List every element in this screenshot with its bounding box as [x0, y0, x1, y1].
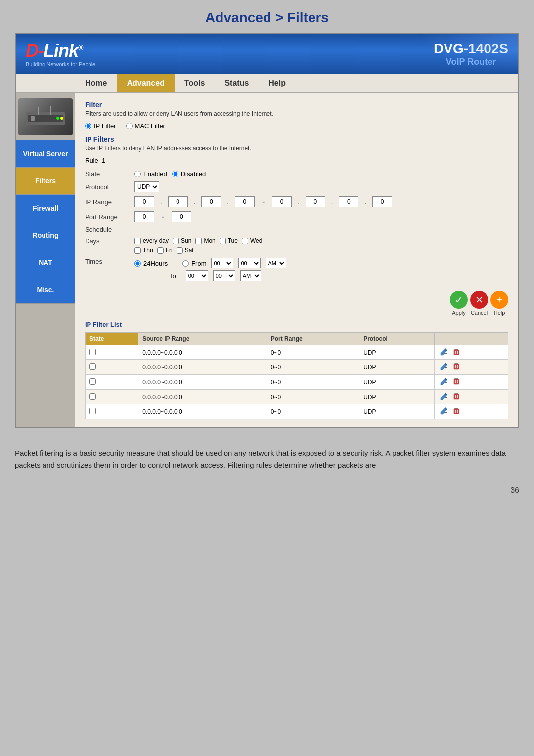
row-protocol: UDP — [359, 404, 435, 419]
port-from-input[interactable] — [134, 211, 154, 222]
times-row: Times 24Hours From 000102 — [85, 258, 508, 283]
to-period-select[interactable]: AMPM — [240, 270, 261, 281]
action-row: ✓ Apply ✕ Cancel + Help — [85, 291, 508, 316]
to-min-select[interactable]: 00153045 — [213, 270, 235, 281]
sidebar-item-firewall[interactable]: Firewall — [16, 195, 75, 222]
fri-option[interactable]: Fri — [157, 247, 173, 254]
ip-to-2[interactable] — [306, 196, 325, 207]
nav-advanced[interactable]: Advanced — [117, 74, 174, 92]
row-protocol: UDP — [359, 345, 435, 360]
tue-option[interactable]: Tue — [220, 237, 238, 244]
port-to-input[interactable] — [172, 211, 191, 222]
row-state[interactable] — [86, 404, 138, 419]
apply-label: Apply — [452, 310, 466, 316]
apply-btn-wrap: ✓ Apply — [450, 291, 468, 316]
ip-to-4[interactable] — [372, 196, 392, 207]
sidebar-item-nat[interactable]: NAT — [16, 249, 75, 276]
sat-option[interactable]: Sat — [177, 247, 194, 254]
row-state[interactable] — [86, 375, 138, 390]
ip-from-4[interactable] — [235, 196, 255, 207]
sidebar-item-misc[interactable]: Misc. — [16, 276, 75, 304]
ip-from-1[interactable] — [134, 196, 154, 207]
logo-area: D-Link® Building Networks for People — [26, 41, 95, 67]
protocol-select[interactable]: UDP TCP Both — [134, 181, 159, 192]
every-day-option[interactable]: every day — [134, 237, 169, 244]
tue-checkbox[interactable] — [220, 238, 226, 244]
wed-option[interactable]: Wed — [242, 237, 262, 244]
sat-checkbox[interactable] — [177, 247, 183, 254]
svg-rect-5 — [38, 107, 39, 115]
mon-option[interactable]: Mon — [195, 237, 215, 244]
svg-rect-2 — [31, 116, 35, 121]
svg-rect-19 — [454, 379, 459, 384]
state-enabled-radio[interactable] — [134, 171, 141, 177]
nav-tools[interactable]: Tools — [175, 74, 215, 92]
ip-filters-title: IP Filters — [85, 135, 508, 143]
row-protocol: UDP — [359, 390, 435, 404]
delete-button-2[interactable] — [451, 377, 462, 387]
help-button[interactable]: + — [490, 291, 508, 309]
delete-button-1[interactable] — [451, 362, 462, 372]
ip-from-3[interactable] — [201, 196, 221, 207]
fri-checkbox[interactable] — [157, 247, 164, 254]
schedule-label: Schedule — [85, 226, 130, 233]
edit-button-0[interactable] — [439, 347, 449, 357]
from-option[interactable]: From — [182, 260, 206, 267]
row-state[interactable] — [86, 390, 138, 404]
ip-to-1[interactable] — [272, 196, 292, 207]
state-enabled-option[interactable]: Enabled — [134, 170, 167, 178]
from-radio[interactable] — [182, 260, 189, 267]
thu-option[interactable]: Thu — [134, 247, 153, 254]
to-hour-select[interactable]: 000102 — [186, 270, 208, 281]
sun-checkbox[interactable] — [173, 238, 179, 244]
main-content: Filter Filters are used to allow or deny… — [75, 93, 518, 427]
row-state[interactable] — [86, 360, 138, 375]
cancel-button[interactable]: ✕ — [470, 291, 488, 309]
svg-rect-14 — [454, 364, 459, 369]
state-disabled-option[interactable]: Disabled — [172, 170, 206, 178]
nav-home[interactable]: Home — [75, 74, 117, 92]
sidebar-item-virtual-server[interactable]: Virtual Server — [16, 140, 75, 168]
device-type: VoIP Router — [434, 57, 508, 67]
edit-button-2[interactable] — [439, 377, 449, 387]
nav-status[interactable]: Status — [215, 74, 259, 92]
delete-button-0[interactable] — [451, 347, 462, 357]
row-checkbox-1[interactable] — [89, 363, 96, 370]
row-checkbox-2[interactable] — [89, 378, 96, 385]
help-label: Help — [494, 310, 505, 316]
ip-from-2[interactable] — [168, 196, 188, 207]
ip-filter-option[interactable]: IP Filter — [85, 122, 116, 130]
edit-button-1[interactable] — [439, 362, 449, 372]
mac-filter-option[interactable]: MAC Filter — [126, 122, 165, 130]
mon-checkbox[interactable] — [195, 238, 202, 244]
filter-section: Filter Filters are used to allow or deny… — [85, 101, 508, 130]
from-hour-select[interactable]: 000102 — [211, 258, 233, 268]
nav-help[interactable]: Help — [259, 74, 296, 92]
sun-label: Sun — [181, 237, 191, 244]
from-period-select[interactable]: AMPM — [266, 258, 286, 268]
every-day-checkbox[interactable] — [134, 238, 141, 244]
mac-filter-radio[interactable] — [126, 123, 133, 129]
row-checkbox-4[interactable] — [89, 408, 96, 414]
edit-button-3[interactable] — [439, 392, 449, 402]
from-min-select[interactable]: 00153045 — [238, 258, 261, 268]
row-checkbox-3[interactable] — [89, 393, 96, 400]
row-state[interactable] — [86, 345, 138, 360]
edit-button-4[interactable] — [439, 406, 449, 417]
sidebar-item-routing[interactable]: Routing — [16, 222, 75, 249]
24hours-radio[interactable] — [134, 260, 141, 267]
24hours-option[interactable]: 24Hours — [134, 260, 168, 267]
sun-option[interactable]: Sun — [173, 237, 191, 244]
thu-checkbox[interactable] — [134, 247, 141, 254]
ip-filter-radio[interactable] — [85, 123, 91, 129]
state-disabled-radio[interactable] — [172, 171, 178, 177]
apply-button[interactable]: ✓ — [450, 291, 468, 309]
ip-to-3[interactable] — [339, 196, 358, 207]
wed-checkbox[interactable] — [242, 238, 248, 244]
svg-rect-23 — [454, 393, 458, 394]
delete-button-3[interactable] — [451, 392, 462, 402]
days-options-bottom: Thu Fri Sat — [134, 247, 262, 254]
delete-button-4[interactable] — [451, 406, 462, 417]
row-checkbox-0[interactable] — [89, 349, 96, 355]
sidebar-item-filters[interactable]: Filters — [16, 168, 75, 195]
